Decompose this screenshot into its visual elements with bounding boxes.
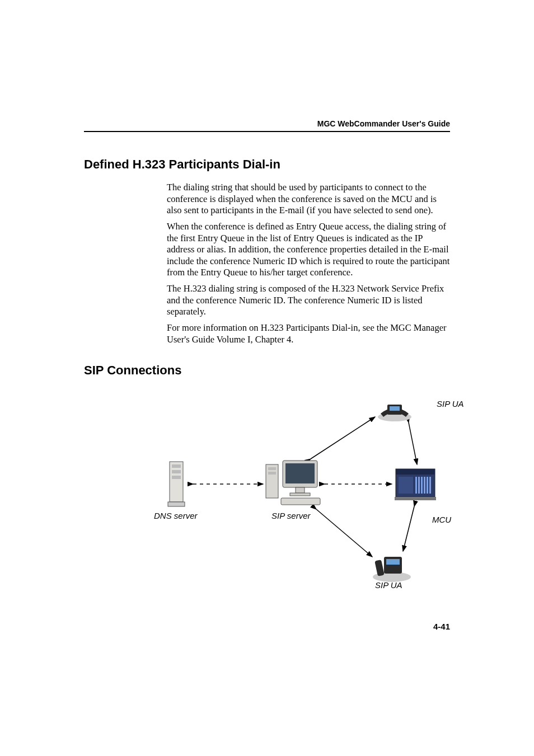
label-sip-ua-bottom: SIP UA <box>375 580 402 590</box>
svg-rect-10 <box>168 502 185 506</box>
dns-server-icon <box>165 459 188 511</box>
sip-ua-phone-top-icon <box>375 392 414 425</box>
svg-rect-8 <box>172 470 181 473</box>
document-page: MGC WebCommander User's Guide Defined H.… <box>0 0 534 756</box>
section-heading-sip-connections: SIP Connections <box>84 363 450 378</box>
mcu-icon <box>393 464 438 506</box>
svg-rect-26 <box>427 477 428 494</box>
svg-rect-28 <box>395 497 436 500</box>
sip-diagram: SIP UA SIP UA DNS server SIP server MCU <box>151 389 450 590</box>
body-paragraph: When the conference is defined as Entry … <box>167 221 450 279</box>
label-dns-server: DNS server <box>154 511 198 520</box>
svg-rect-16 <box>296 487 305 493</box>
svg-rect-24 <box>421 477 423 494</box>
svg-rect-21 <box>399 477 413 494</box>
svg-rect-25 <box>424 477 425 494</box>
svg-rect-18 <box>281 498 320 505</box>
svg-rect-34 <box>386 559 400 565</box>
svg-rect-23 <box>418 477 420 494</box>
label-sip-server: SIP server <box>271 511 310 520</box>
header-rule <box>84 131 450 132</box>
svg-rect-12 <box>268 467 276 470</box>
body-paragraph: The dialing string that should be used b… <box>167 182 450 217</box>
svg-line-2 <box>311 417 375 459</box>
svg-rect-35 <box>374 560 385 576</box>
page-number: 4-41 <box>433 622 450 631</box>
svg-line-4 <box>316 509 372 557</box>
label-sip-ua-top: SIP UA <box>437 399 464 408</box>
body-paragraph: The H.323 dialing string is composed of … <box>167 283 450 318</box>
svg-rect-20 <box>396 469 435 475</box>
svg-rect-9 <box>172 476 181 479</box>
svg-rect-22 <box>415 477 417 494</box>
sip-server-icon <box>263 456 325 511</box>
svg-rect-15 <box>285 463 315 483</box>
svg-rect-31 <box>390 406 400 411</box>
svg-rect-13 <box>268 472 276 475</box>
label-mcu: MCU <box>432 515 451 524</box>
svg-rect-17 <box>290 493 310 496</box>
body-paragraph: For more information on H.323 Participan… <box>167 322 450 345</box>
svg-line-5 <box>403 506 414 551</box>
section-heading-defined-h323: Defined H.323 Participants Dial-in <box>84 157 450 172</box>
header-guide-title: MGC WebCommander User's Guide <box>317 119 450 128</box>
svg-line-3 <box>409 422 417 464</box>
svg-rect-7 <box>172 464 181 468</box>
svg-rect-27 <box>429 477 431 494</box>
